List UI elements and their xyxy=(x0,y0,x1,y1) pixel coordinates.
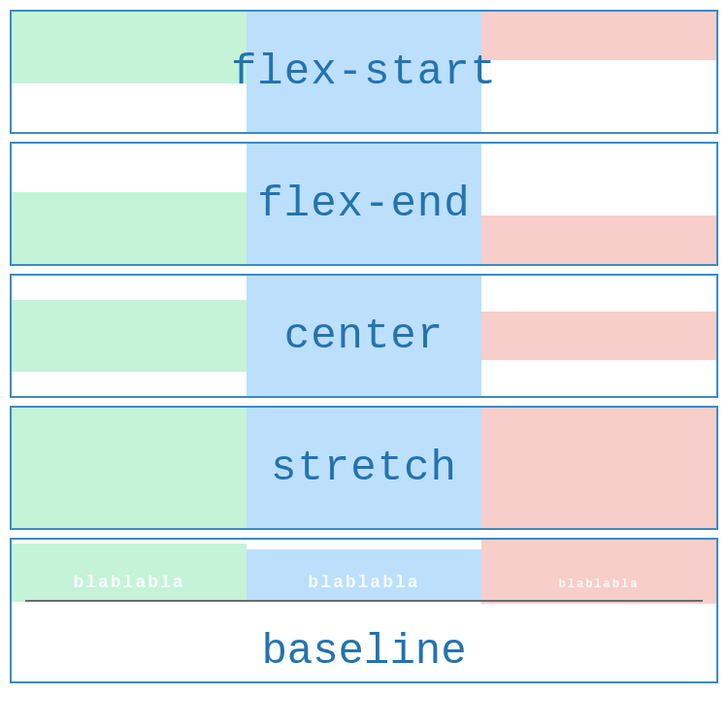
placeholder-text: blablabla xyxy=(73,573,184,592)
row-baseline: blablabla blablabla blablabla baseline xyxy=(10,538,718,683)
box-red: blablabla xyxy=(481,540,716,604)
box-blue: flex-end xyxy=(247,144,481,264)
box-green xyxy=(12,192,247,264)
row-center: center xyxy=(10,274,718,398)
box-green xyxy=(12,408,247,528)
flex-align-diagram: flex-start flex-end center stretch blabl… xyxy=(0,0,728,701)
box-green xyxy=(12,12,247,83)
box-green xyxy=(12,300,247,372)
row-flex-end: flex-end xyxy=(10,142,718,266)
box-red xyxy=(481,408,716,528)
row-flex-start: flex-start xyxy=(10,10,718,134)
baseline-indicator xyxy=(25,600,703,602)
row-label: flex-start xyxy=(231,48,497,96)
placeholder-text: blablabla xyxy=(308,573,419,592)
box-red xyxy=(481,12,716,60)
box-blue: flex-start xyxy=(247,12,481,132)
box-blue: center xyxy=(247,276,481,396)
box-green: blablabla xyxy=(12,544,247,602)
box-red xyxy=(481,312,716,360)
placeholder-text: blablabla xyxy=(559,578,640,591)
row-stretch: stretch xyxy=(10,406,718,530)
row-label: flex-end xyxy=(257,180,470,228)
box-blue: blablabla xyxy=(247,549,481,600)
box-blue: stretch xyxy=(247,408,481,528)
row-label: stretch xyxy=(271,444,457,492)
box-red xyxy=(481,215,716,264)
row-label: center xyxy=(284,312,444,360)
row-label: baseline xyxy=(12,627,716,676)
